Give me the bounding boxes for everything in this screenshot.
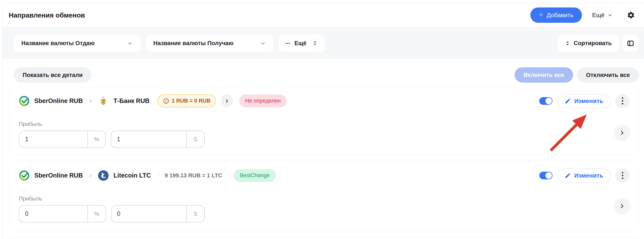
sort-icon [565, 40, 570, 46]
profit-label: Прибыль [19, 196, 630, 202]
to-currency-name: Litecoin LTC [114, 172, 151, 179]
sberbank-logo-icon [19, 96, 30, 106]
card-menu-button[interactable] [616, 94, 630, 108]
card-menu-button[interactable] [616, 168, 630, 182]
filter-give-currency-select[interactable]: Название валюты Отдаю [14, 35, 141, 52]
profit-sum-input[interactable] [111, 206, 186, 222]
kebab-icon [622, 97, 623, 99]
info-icon [163, 98, 169, 104]
filter-more-label: Ещё [294, 40, 306, 46]
columns-icon [627, 40, 634, 47]
toggle-knob [546, 172, 552, 179]
from-currency-name: SberOnline RUB [34, 97, 83, 104]
direction-card: SberOnline RUB Т-Банк RUB 1 RUB = 0 RUB [9, 87, 639, 154]
direction-actions: Изменить [539, 94, 630, 108]
filter-more-button[interactable]: Ещё 2 [279, 35, 325, 52]
sum-suffix: S [186, 206, 204, 222]
add-button-label: Добавить [547, 12, 574, 18]
settings-button[interactable] [623, 8, 638, 23]
profit-sum-input[interactable] [111, 131, 186, 148]
edit-button[interactable]: Изменить [557, 168, 610, 182]
profit-percent-input[interactable] [19, 131, 88, 148]
profit-section: Прибыль % S [9, 190, 639, 222]
pencil-icon [564, 172, 571, 179]
profit-sum-group: S [111, 205, 205, 222]
card-expand-button[interactable] [614, 124, 630, 141]
filter-give-currency-label: Название валюты Отдаю [21, 40, 95, 46]
from-currency-name: SberOnline RUB [34, 172, 83, 179]
header-more-label: Ещё [592, 12, 604, 18]
sberbank-logo-icon [19, 170, 30, 181]
show-all-details-button[interactable]: Показать все детали [14, 67, 92, 82]
status-badge: Не определен [239, 94, 287, 108]
header-actions: + Добавить Ещё [530, 8, 638, 23]
profit-inputs: % S [19, 130, 630, 148]
enable-all-button[interactable]: Включить все [515, 67, 573, 82]
bulk-actions: Включить все Отключить все [515, 67, 639, 82]
chevron-right-icon [88, 98, 93, 104]
status-badge: BestChange [234, 169, 276, 182]
add-button[interactable]: + Добавить [530, 8, 582, 23]
sort-button[interactable]: Сортировать [558, 35, 619, 52]
rate-badge: 9 199.13 RUB = 1 LTC [159, 169, 228, 182]
profit-percent-group: % [19, 205, 106, 222]
rate-expand-button[interactable] [221, 94, 233, 108]
percent-suffix: % [88, 131, 106, 148]
columns-view-button[interactable] [622, 35, 638, 52]
filter-more-count-badge: 2 [310, 38, 320, 48]
rate-warning-badge: 1 RUB = 0 RUB [158, 94, 216, 108]
chevron-down-icon [260, 40, 266, 46]
filter-right-group: Сортировать [558, 35, 638, 52]
card-expand-button[interactable] [614, 198, 630, 214]
ellipsis-icon [285, 40, 291, 46]
direction-enabled-toggle[interactable] [539, 97, 552, 105]
direction-actions: Изменить [539, 168, 630, 182]
disable-all-button[interactable]: Отключить все [577, 67, 639, 82]
direction-card-partial [9, 238, 639, 239]
direction-enabled-toggle[interactable] [539, 172, 552, 179]
profit-sum-group: S [111, 130, 205, 148]
percent-suffix: % [88, 206, 106, 222]
list-toolbar: Показать все детали Включить все Отключи… [2, 67, 644, 82]
profit-percent-input[interactable] [19, 206, 88, 222]
to-currency-name: Т-Банк RUB [114, 97, 150, 104]
tbank-logo-icon [98, 96, 108, 106]
sort-button-label: Сортировать [574, 40, 612, 46]
filter-get-currency-select[interactable]: Название валюты Получаю [146, 35, 274, 52]
toggle-knob [546, 98, 552, 104]
rate-text: 1 RUB = 0 RUB [172, 98, 210, 104]
direction-header-row: SberOnline RUB Т-Банк RUB 1 RUB = 0 RUB [9, 87, 639, 115]
profit-label: Прибыль [19, 121, 630, 127]
svg-text:Ł: Ł [101, 172, 106, 180]
chevron-down-icon [607, 12, 613, 18]
chevron-down-icon [127, 40, 133, 46]
sum-suffix: S [186, 131, 204, 148]
pencil-icon [564, 98, 571, 104]
filter-bar: Название валюты Отдаю Название валюты По… [2, 28, 644, 59]
page-header: Направления обменов + Добавить Ещё [2, 3, 644, 27]
litecoin-logo-icon: Ł [98, 170, 108, 181]
edit-button[interactable]: Изменить [557, 94, 610, 108]
gear-icon [627, 11, 635, 19]
edit-button-label: Изменить [574, 172, 603, 179]
kebab-icon [622, 172, 623, 173]
edit-button-label: Изменить [574, 98, 603, 104]
profit-percent-group: % [19, 130, 106, 148]
header-more-button[interactable]: Ещё [586, 8, 620, 23]
plus-icon: + [539, 11, 544, 19]
exchange-directions-page: Направления обменов + Добавить Ещё Назва… [0, 0, 644, 239]
page-title: Направления обменов [9, 11, 85, 19]
filter-get-currency-label: Название валюты Получаю [153, 40, 234, 46]
direction-card: SberOnline RUB Ł Litecoin LTC 9 199.13 R… [9, 161, 639, 231]
profit-section: Прибыль % S [9, 115, 639, 148]
direction-header-row: SberOnline RUB Ł Litecoin LTC 9 199.13 R… [9, 162, 639, 190]
profit-inputs: % S [19, 205, 630, 222]
chevron-right-icon [88, 173, 93, 178]
